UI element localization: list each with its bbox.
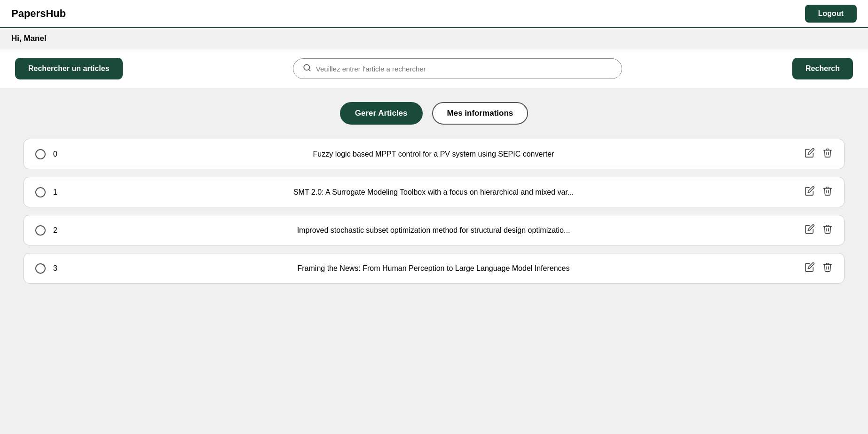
article-list: 0 Fuzzy logic based MPPT control for a P… <box>24 139 844 284</box>
article-item: 3 Framing the News: From Human Perceptio… <box>24 253 844 284</box>
search-section: Rechercher un articles Recherch <box>0 49 868 88</box>
search-input-wrapper <box>293 58 622 79</box>
article-item: 2 Improved stochastic subset optimizatio… <box>24 215 844 245</box>
delete-icon[interactable] <box>822 262 833 275</box>
article-index: 0 <box>53 150 63 158</box>
article-item: 0 Fuzzy logic based MPPT control for a P… <box>24 139 844 169</box>
header: PapersHub Logout <box>0 0 868 28</box>
article-radio[interactable] <box>35 187 46 197</box>
article-title: Improved stochastic subset optimization … <box>70 226 797 235</box>
mes-informations-button[interactable]: Mes informations <box>432 102 529 125</box>
article-actions <box>805 186 833 198</box>
delete-icon[interactable] <box>822 148 833 160</box>
article-index: 3 <box>53 264 63 273</box>
edit-icon[interactable] <box>805 186 815 198</box>
delete-icon[interactable] <box>822 186 833 198</box>
search-input[interactable] <box>316 65 612 73</box>
article-actions <box>805 148 833 160</box>
app-title: PapersHub <box>11 8 66 20</box>
article-item: 1 SMT 2.0: A Surrogate Modeling Toolbox … <box>24 177 844 207</box>
article-actions <box>805 262 833 275</box>
edit-icon[interactable] <box>805 148 815 160</box>
article-actions <box>805 224 833 237</box>
greeting-text: Hi, Manel <box>11 34 47 43</box>
article-title: Fuzzy logic based MPPT control for a PV … <box>70 150 797 158</box>
article-index: 1 <box>53 188 63 197</box>
delete-icon[interactable] <box>822 224 833 237</box>
rechercher-button[interactable]: Rechercher un articles <box>15 58 123 79</box>
recherch-button[interactable]: Recherch <box>792 58 853 79</box>
gerer-articles-button[interactable]: Gerer Articles <box>340 102 423 125</box>
article-title: SMT 2.0: A Surrogate Modeling Toolbox wi… <box>70 188 797 197</box>
article-radio[interactable] <box>35 263 46 274</box>
article-radio[interactable] <box>35 149 46 159</box>
edit-icon[interactable] <box>805 224 815 237</box>
main-content: Gerer Articles Mes informations 0 Fuzzy … <box>0 88 868 298</box>
article-radio[interactable] <box>35 225 46 236</box>
edit-icon[interactable] <box>805 262 815 275</box>
action-buttons: Gerer Articles Mes informations <box>24 102 844 125</box>
svg-line-1 <box>308 69 310 71</box>
logout-button[interactable]: Logout <box>805 5 857 23</box>
greeting-bar: Hi, Manel <box>0 28 868 49</box>
article-title: Framing the News: From Human Perception … <box>70 264 797 273</box>
article-index: 2 <box>53 226 63 235</box>
search-icon <box>303 63 311 74</box>
